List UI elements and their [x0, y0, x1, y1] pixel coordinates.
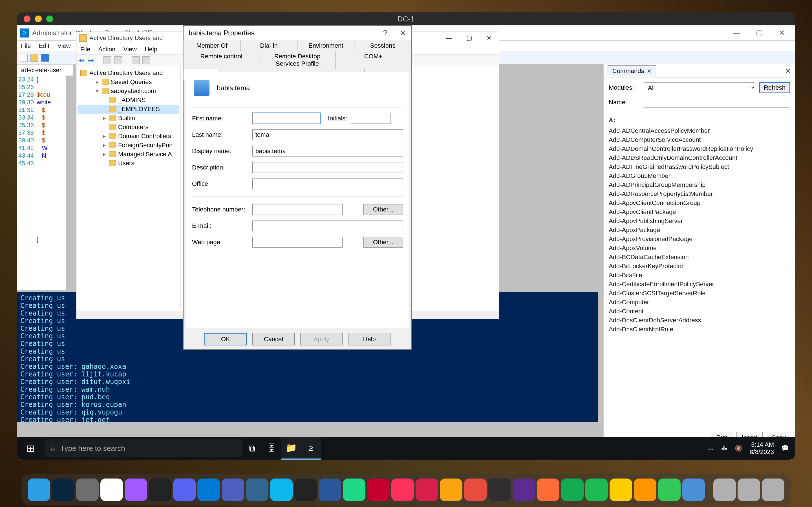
dock-app-notes2[interactable] [440, 478, 462, 501]
webpage-other-button[interactable]: Other... [363, 237, 403, 247]
dock-app-mongo[interactable] [561, 478, 584, 501]
refresh-button[interactable]: Refresh [759, 82, 790, 93]
command-item[interactable]: Add-BitsFile [609, 271, 790, 280]
command-item[interactable]: Add-BitLockerKeyProtector [609, 262, 790, 271]
explorer-icon[interactable]: 📁 [281, 437, 301, 460]
help-button[interactable]: Help [348, 333, 391, 345]
tree-node[interactable]: ▸Builtin [77, 114, 179, 123]
notifications-icon[interactable]: 💬 [781, 445, 789, 452]
tree-node[interactable]: ▾saboyatech.com [77, 87, 179, 96]
webpage-input[interactable] [252, 237, 343, 247]
telephone-input[interactable] [252, 204, 343, 215]
taskbar-clock[interactable]: 3:14 AM 8/8/2023 [750, 441, 774, 456]
dock-app-folder[interactable] [682, 478, 705, 501]
cancel-button[interactable]: Cancel [252, 333, 295, 345]
dock-app-messages[interactable] [658, 478, 681, 501]
dock-app-word[interactable] [318, 478, 341, 501]
command-item[interactable]: Add-AppvPublishingServer [609, 217, 790, 226]
commands-pane-close-icon[interactable]: ✕ [785, 66, 791, 75]
office-input[interactable] [252, 178, 403, 189]
code-text[interactable]: } $cou while $ $ $ $ $ W N } [37, 75, 51, 290]
script-tab[interactable]: ad-create-user [17, 64, 73, 75]
dialog-tab[interactable]: Remote control [183, 51, 259, 69]
dock-app-finder[interactable] [27, 478, 50, 501]
commands-tab[interactable]: Commands ✕ [607, 65, 656, 76]
command-item[interactable]: Add-CertificateEnrollmentPolicyServer [609, 280, 790, 289]
start-button[interactable]: ⊞ [17, 437, 44, 460]
dock-app-parallels[interactable] [416, 478, 438, 501]
aduc-maximize-button[interactable]: ▢ [466, 35, 472, 42]
dialog-tab[interactable]: COM+ [335, 51, 411, 69]
code-editor[interactable]: 23 24 25 26 27 28 29 30 31 32 33 34 35 3… [17, 75, 66, 290]
command-item[interactable]: Add-DnsClientDohServerAddress [609, 316, 790, 325]
dock-app-teams[interactable] [222, 478, 244, 501]
display-name-input[interactable] [252, 146, 403, 157]
dock-app-skull[interactable] [294, 478, 317, 501]
commands-tab-close-icon[interactable]: ✕ [647, 68, 651, 74]
mac-zoom-button[interactable] [46, 15, 53, 22]
dock-app-notes[interactable] [610, 478, 632, 501]
modules-select[interactable]: All [644, 82, 755, 93]
taskbar-search[interactable]: ⌕ Type here to search [45, 439, 242, 457]
back-icon[interactable]: ⬅ [79, 56, 85, 65]
command-item[interactable]: Add-ClusteriSCSITargetServerRole [609, 289, 790, 298]
ise-close-button[interactable]: ✕ [777, 29, 786, 37]
aduc-menu-help[interactable]: Help [144, 46, 157, 53]
ise-maximize-button[interactable]: ▢ [755, 29, 763, 37]
dialog-close-icon[interactable]: ✕ [400, 29, 406, 38]
server-manager-icon[interactable]: 🗄 [262, 437, 281, 460]
task-view-icon[interactable]: ⧉ [242, 437, 262, 460]
dock-app-pycharm[interactable] [343, 478, 365, 501]
dock-app-settings[interactable] [76, 478, 99, 501]
commands-list[interactable]: A:Add-ADCentralAccessPolicyMemberAdd-ADC… [604, 112, 795, 428]
open-file-icon[interactable] [31, 54, 38, 62]
command-item[interactable]: Add-ADDomainControllerPasswordReplicatio… [609, 145, 790, 153]
dock-app-safari[interactable] [464, 478, 487, 501]
description-input[interactable] [252, 162, 403, 173]
aduc-tree[interactable]: Active Directory Users and▸Saved Queries… [76, 66, 181, 307]
mac-close-button[interactable] [24, 15, 31, 22]
dialog-help-icon[interactable]: ? [383, 29, 387, 38]
dialog-tab[interactable]: Sessions [354, 40, 411, 51]
toolbar-icon[interactable] [114, 56, 122, 64]
initials-input[interactable] [351, 113, 391, 124]
network-icon[interactable]: 🖧 [721, 445, 728, 452]
dock-app-rider[interactable] [367, 478, 390, 501]
telephone-other-button[interactable]: Other... [363, 204, 403, 215]
tree-node[interactable]: _ADMINS [77, 96, 179, 105]
ise-menu-view[interactable]: View [57, 42, 70, 50]
toolbar-icon[interactable] [104, 56, 111, 64]
tree-node[interactable]: ▸Domain Controllers [77, 132, 179, 141]
dock-app-vscode[interactable] [197, 478, 220, 501]
command-item[interactable]: Add-AppxPackage [609, 226, 790, 235]
aduc-menu-file[interactable]: File [80, 46, 90, 53]
command-item[interactable]: Add-ADDSReadOnlyDomainControllerAccount [609, 153, 790, 162]
command-item[interactable]: Add-AppxVolume [609, 244, 790, 252]
command-item[interactable]: Add-AppvClientConnectionGroup [609, 199, 790, 208]
name-filter-input[interactable] [644, 97, 790, 108]
dock-app-1password[interactable] [52, 478, 74, 501]
tree-node[interactable]: Users [77, 159, 179, 168]
command-item[interactable]: Add-ADPrincipalGroupMembership [609, 180, 790, 189]
dock-app-figma[interactable] [125, 478, 147, 501]
command-item[interactable]: Add-ADCentralAccessPolicyMember [609, 126, 790, 135]
apply-button[interactable]: Apply [300, 333, 343, 345]
dock-app-postman[interactable] [537, 478, 559, 501]
dock-app-intellij[interactable] [391, 478, 414, 501]
dock-app-chrome[interactable] [100, 478, 123, 501]
cut-icon[interactable] [132, 56, 139, 64]
command-item[interactable]: Add-Content [609, 307, 790, 316]
command-item[interactable]: Add-BCDataCacheExtension [609, 252, 790, 262]
dock-app-docker[interactable] [270, 478, 293, 501]
dialog-tab[interactable]: Dial-in [240, 40, 297, 51]
aduc-menu-action[interactable]: Action [98, 46, 115, 53]
command-item[interactable]: Add-Computer [609, 298, 790, 307]
dock-trash[interactable] [762, 478, 785, 501]
email-input[interactable] [252, 221, 403, 231]
dock-app-spotify[interactable] [585, 478, 608, 501]
dock-docs[interactable] [738, 478, 760, 501]
dock-app-elephant[interactable] [246, 478, 269, 501]
save-file-icon[interactable] [41, 54, 49, 62]
powershell-taskbar-icon[interactable]: ≥ [301, 437, 321, 460]
forward-icon[interactable]: ➡ [88, 56, 94, 65]
